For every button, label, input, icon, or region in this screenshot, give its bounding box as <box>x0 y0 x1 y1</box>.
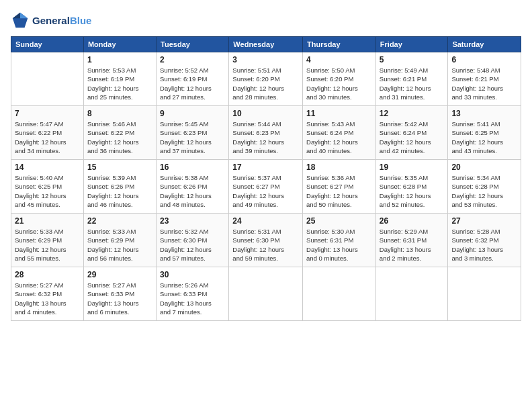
day-info-line: and 27 minutes. <box>160 93 206 101</box>
calendar-cell: 6Sunrise: 5:48 AMSunset: 6:21 PMDaylight… <box>448 52 521 106</box>
calendar-cell <box>229 267 303 321</box>
calendar-cell <box>303 267 376 321</box>
day-number: 16 <box>160 163 225 172</box>
calendar-cell: 17Sunrise: 5:37 AMSunset: 6:27 PMDayligh… <box>229 160 303 214</box>
weekday-header-saturday: Saturday <box>448 37 521 52</box>
day-number: 20 <box>451 163 517 172</box>
day-info-line: Daylight: 13 hours <box>306 246 358 253</box>
day-info-line: Daylight: 12 hours <box>451 138 503 146</box>
day-number: 19 <box>380 163 445 172</box>
day-number: 5 <box>380 55 445 64</box>
day-info-line: Sunset: 6:19 PM <box>160 75 207 83</box>
day-number: 14 <box>15 163 80 172</box>
day-info: Sunrise: 5:52 AMSunset: 6:19 PMDaylight:… <box>160 66 225 101</box>
day-info: Sunrise: 5:26 AMSunset: 6:33 PMDaylight:… <box>160 281 225 316</box>
calendar-cell: 13Sunrise: 5:41 AMSunset: 6:25 PMDayligh… <box>448 106 521 160</box>
day-info-line: Daylight: 12 hours <box>87 246 139 253</box>
week-row-5: 28Sunrise: 5:27 AMSunset: 6:32 PMDayligh… <box>11 267 521 321</box>
day-number: 21 <box>15 216 80 226</box>
day-info-line: Daylight: 12 hours <box>306 192 358 199</box>
day-info-line: Sunrise: 5:36 AM <box>306 174 355 181</box>
weekday-header-monday: Monday <box>83 37 156 52</box>
day-info-line: Sunset: 6:23 PM <box>160 129 207 136</box>
day-info-line: Sunrise: 5:46 AM <box>87 120 136 128</box>
day-info-line: Daylight: 13 hours <box>160 300 212 307</box>
day-info-line: Sunrise: 5:52 AM <box>160 66 208 74</box>
day-info-line: and 31 minutes. <box>380 93 425 101</box>
day-info: Sunrise: 5:40 AMSunset: 6:25 PMDaylight:… <box>15 173 80 209</box>
day-info: Sunrise: 5:47 AMSunset: 6:22 PMDaylight:… <box>15 120 80 155</box>
day-number: 23 <box>160 216 225 226</box>
day-info-line: Sunset: 6:26 PM <box>160 183 207 190</box>
day-info-line: Sunrise: 5:35 AM <box>380 174 428 181</box>
day-info: Sunrise: 5:53 AMSunset: 6:19 PMDaylight:… <box>87 66 152 101</box>
day-info-line: Daylight: 12 hours <box>87 138 139 146</box>
day-info-line: and 43 minutes. <box>451 147 497 154</box>
day-info-line: Sunrise: 5:26 AM <box>160 281 208 289</box>
day-info: Sunrise: 5:50 AMSunset: 6:20 PMDaylight:… <box>306 66 372 101</box>
day-info-line: Sunset: 6:27 PM <box>306 183 353 190</box>
day-info: Sunrise: 5:46 AMSunset: 6:22 PMDaylight:… <box>87 120 152 155</box>
day-info-line: Sunset: 6:33 PM <box>160 290 207 298</box>
day-info-line: Daylight: 13 hours <box>87 300 139 307</box>
day-info-line: Sunrise: 5:48 AM <box>451 66 500 74</box>
day-info-line: and 45 minutes. <box>15 201 60 208</box>
day-info-line: Sunrise: 5:45 AM <box>160 120 208 128</box>
calendar-cell: 2Sunrise: 5:52 AMSunset: 6:19 PMDaylight… <box>157 52 229 106</box>
day-info: Sunrise: 5:43 AMSunset: 6:24 PMDaylight:… <box>306 120 372 155</box>
day-info-line: Sunrise: 5:44 AM <box>232 120 281 128</box>
calendar-cell: 15Sunrise: 5:39 AMSunset: 6:26 PMDayligh… <box>83 160 156 214</box>
day-number: 28 <box>15 270 80 279</box>
day-number: 2 <box>160 55 225 64</box>
day-number: 29 <box>87 270 152 279</box>
day-info: Sunrise: 5:51 AMSunset: 6:20 PMDaylight:… <box>232 66 299 101</box>
day-info-line: Sunset: 6:20 PM <box>306 75 353 83</box>
day-info-line: Daylight: 12 hours <box>232 138 284 146</box>
calendar-cell: 29Sunrise: 5:27 AMSunset: 6:33 PMDayligh… <box>83 267 156 321</box>
calendar-cell: 1Sunrise: 5:53 AMSunset: 6:19 PMDaylight… <box>83 52 156 106</box>
day-info-line: Sunset: 6:22 PM <box>87 129 134 136</box>
day-info-line: Sunset: 6:31 PM <box>306 236 353 244</box>
day-info-line: Daylight: 12 hours <box>160 246 212 253</box>
logo-icon <box>11 11 30 30</box>
calendar-cell: 24Sunrise: 5:31 AMSunset: 6:30 PMDayligh… <box>229 214 303 267</box>
day-info-line: Sunset: 6:28 PM <box>451 183 498 190</box>
day-info-line: Sunrise: 5:30 AM <box>306 228 355 235</box>
calendar-cell: 14Sunrise: 5:40 AMSunset: 6:25 PMDayligh… <box>11 160 84 214</box>
day-info-line: Daylight: 12 hours <box>451 85 503 92</box>
day-info-line: Daylight: 13 hours <box>451 246 503 253</box>
day-info-line: Sunrise: 5:42 AM <box>380 120 428 128</box>
day-number: 4 <box>306 55 372 64</box>
day-info: Sunrise: 5:49 AMSunset: 6:21 PMDaylight:… <box>380 66 445 101</box>
day-info-line: Sunrise: 5:49 AM <box>380 66 428 74</box>
day-info: Sunrise: 5:35 AMSunset: 6:28 PMDaylight:… <box>380 173 445 209</box>
day-info-line: and 28 minutes. <box>232 93 278 101</box>
week-row-4: 21Sunrise: 5:33 AMSunset: 6:29 PMDayligh… <box>11 214 521 267</box>
day-info-line: and 3 minutes. <box>451 255 493 262</box>
day-info: Sunrise: 5:33 AMSunset: 6:29 PMDaylight:… <box>15 227 80 263</box>
day-info: Sunrise: 5:34 AMSunset: 6:28 PMDaylight:… <box>451 173 517 209</box>
day-info-line: Sunset: 6:28 PM <box>380 183 427 190</box>
calendar-cell: 8Sunrise: 5:46 AMSunset: 6:22 PMDaylight… <box>83 106 156 160</box>
calendar-cell <box>375 267 448 321</box>
svg-marker-1 <box>20 13 28 18</box>
day-info-line: Sunrise: 5:37 AM <box>232 174 281 181</box>
day-info-line: Daylight: 12 hours <box>306 85 358 92</box>
day-info-line: and 57 minutes. <box>160 255 206 262</box>
day-number: 18 <box>306 163 372 172</box>
weekday-header-friday: Friday <box>375 37 448 52</box>
day-info: Sunrise: 5:30 AMSunset: 6:31 PMDaylight:… <box>306 227 372 263</box>
day-number: 24 <box>232 216 299 226</box>
day-info-line: Sunrise: 5:34 AM <box>451 174 500 181</box>
week-row-1: 1Sunrise: 5:53 AMSunset: 6:19 PMDaylight… <box>11 52 521 106</box>
day-number: 30 <box>160 270 225 279</box>
day-info: Sunrise: 5:48 AMSunset: 6:21 PMDaylight:… <box>451 66 517 101</box>
calendar-cell: 20Sunrise: 5:34 AMSunset: 6:28 PMDayligh… <box>448 160 521 214</box>
day-info-line: Sunset: 6:19 PM <box>87 75 134 83</box>
day-number: 17 <box>232 163 299 172</box>
day-info-line: Sunset: 6:29 PM <box>15 236 62 244</box>
calendar-cell: 22Sunrise: 5:33 AMSunset: 6:29 PMDayligh… <box>83 214 156 267</box>
calendar-cell <box>11 52 84 106</box>
day-info: Sunrise: 5:29 AMSunset: 6:31 PMDaylight:… <box>380 227 445 263</box>
day-info-line: Sunset: 6:25 PM <box>15 183 62 190</box>
